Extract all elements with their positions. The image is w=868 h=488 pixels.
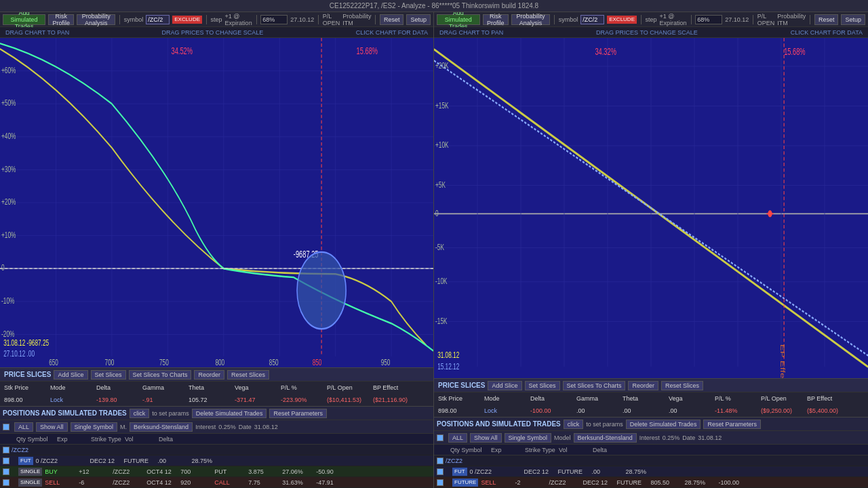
rsell-price: 805.50 bbox=[650, 479, 684, 486]
add-slice-btn-left[interactable]: Add Slice bbox=[54, 370, 87, 380]
rfut-check[interactable] bbox=[437, 468, 443, 475]
reset-slices-btn-left[interactable]: Reset Slices bbox=[227, 370, 269, 380]
symbol-input-right[interactable] bbox=[580, 15, 604, 24]
rgroup-check[interactable] bbox=[437, 458, 443, 464]
symbol-label-left: symbol bbox=[124, 16, 144, 23]
add-simulated-trades-btn-right[interactable]: Add Simulated Trades bbox=[437, 14, 480, 25]
symbol-input-left[interactable] bbox=[146, 15, 170, 24]
reset-btn-left[interactable]: Reset bbox=[380, 14, 404, 25]
fut-check-left[interactable] bbox=[3, 458, 9, 464]
step-label-left: step bbox=[211, 16, 222, 23]
right-pos-header: Qty Symbol Exp Strike Type Vol Delta bbox=[434, 445, 868, 455]
set-slices-charts-btn-left[interactable]: Set Slices To Charts bbox=[129, 370, 192, 380]
prob-date-right: 27.10.12 bbox=[725, 16, 749, 23]
buy-check-left[interactable] bbox=[3, 468, 9, 475]
left-chart-svg: 34.52% 15.68% 31.08.12 -9687.25 27.10.12… bbox=[0, 38, 433, 367]
setup-btn-left[interactable]: Setup bbox=[406, 14, 431, 25]
sell-check-left[interactable] bbox=[3, 479, 9, 486]
group-check-left[interactable] bbox=[3, 447, 9, 453]
set-slices-btn-left[interactable]: Set Slices bbox=[91, 370, 126, 380]
all-btn-left[interactable]: ALL bbox=[14, 422, 33, 432]
sell-side-left: SELL bbox=[45, 479, 79, 486]
reset-slices-btn-right[interactable]: Reset Slices bbox=[661, 381, 703, 390]
right-price-slices: PRICE SLICES Add Slice Set Slices Set Sl… bbox=[434, 378, 868, 417]
right-pos-controls: ALL Show All Single Symbol Model Berksun… bbox=[434, 431, 868, 445]
drag-data-right: CLICK CHART FOR DATA bbox=[791, 29, 863, 36]
svg-text:+60%: +60% bbox=[1, 65, 16, 75]
svg-text:34.52%: 34.52% bbox=[172, 45, 193, 57]
main-container: CE1252222P17, /ES2 - Analyze - 86*****05… bbox=[0, 0, 868, 488]
rsell-vol: 28.75% bbox=[684, 479, 718, 486]
rps-col-plpct: P/L % bbox=[715, 395, 755, 402]
all-check-left[interactable] bbox=[3, 424, 9, 430]
ps-val-mode: Lock bbox=[50, 396, 91, 403]
model-btn-right[interactable]: Berksund-Stensland bbox=[574, 433, 637, 443]
drag-scale-left: DRAG PRICES TO CHANGE SCALE bbox=[162, 29, 264, 36]
probability-analysis-btn-right[interactable]: Probability Analysis bbox=[511, 14, 550, 25]
rsell-check[interactable] bbox=[437, 479, 443, 486]
interest-label-left: Interest bbox=[195, 424, 216, 430]
click-btn-right[interactable]: click bbox=[564, 420, 584, 429]
fut-vol-left: 28.75% bbox=[192, 458, 226, 464]
reset-btn-right[interactable]: Reset bbox=[814, 14, 839, 25]
single-symbol-btn-left[interactable]: Single Symbol bbox=[71, 422, 118, 432]
ps-col-gamma: Gamma bbox=[142, 384, 183, 391]
reorder-btn-left[interactable]: Reorder bbox=[194, 370, 224, 380]
to-set-params-right: to set params bbox=[586, 421, 623, 428]
ps-val-bp: ($21,116.90) bbox=[373, 396, 414, 403]
all-check-right[interactable] bbox=[437, 434, 443, 441]
svg-text:-5K: -5K bbox=[435, 242, 444, 251]
setup-btn-right[interactable]: Setup bbox=[841, 14, 865, 25]
right-chart-area[interactable]: 34.32% 15.68% 31.08.12 15.12.12 +20K +15… bbox=[434, 38, 868, 378]
probability-analysis-btn-left[interactable]: Probability Analysis bbox=[77, 14, 115, 25]
sep9 bbox=[753, 15, 753, 24]
rps-col-mode: Mode bbox=[484, 395, 525, 402]
rfut-qty: 0 /ZCZ2 bbox=[470, 468, 524, 475]
rps-val-stk: 898.00 bbox=[438, 407, 479, 414]
prob-date-left: 27.10.12 bbox=[290, 16, 314, 23]
rps-col-bp: BP Effect bbox=[807, 395, 848, 402]
ps-val-delta: -139.80 bbox=[96, 396, 137, 403]
sell-price-left: 7.75 bbox=[248, 479, 282, 486]
set-slices-charts-btn-right[interactable]: Set Slices To Charts bbox=[563, 381, 626, 390]
single-symbol-btn-right[interactable]: Single Symbol bbox=[505, 433, 552, 443]
rps-val-gamma: .00 bbox=[576, 407, 617, 414]
right-toolbar: Add Simulated Trades Risk Profile Probab… bbox=[434, 12, 868, 27]
risk-profile-btn-left[interactable]: Risk Profile bbox=[48, 14, 74, 25]
set-slices-btn-right[interactable]: Set Slices bbox=[525, 381, 560, 390]
rfut-exp: DEC2 12 bbox=[524, 468, 558, 475]
rpos-h-vol: Delta bbox=[593, 447, 627, 453]
delete-sim-btn-left[interactable]: Delete Simulated Trades bbox=[192, 409, 267, 418]
ps-val-vega: -371.47 bbox=[235, 396, 275, 403]
panels-row: Add Simulated Trades Risk Profile Probab… bbox=[0, 12, 868, 488]
right-pos-toolbar: POSITIONS AND SIMULATED TRADES click to … bbox=[434, 418, 868, 431]
svg-text:+5K: +5K bbox=[435, 180, 446, 189]
sell-type-left: CALL bbox=[214, 479, 248, 486]
reset-params-btn-right[interactable]: Reset Parameters bbox=[703, 420, 761, 429]
show-all-btn-left[interactable]: Show All bbox=[36, 422, 68, 432]
sep2 bbox=[206, 15, 207, 24]
date-val-left: 31.08.12 bbox=[254, 424, 278, 430]
svg-text:750: 750 bbox=[159, 357, 169, 367]
prob-range-right[interactable] bbox=[695, 15, 722, 24]
risk-profile-btn-right[interactable]: Risk Profile bbox=[483, 14, 509, 25]
show-all-btn-right[interactable]: Show All bbox=[470, 433, 502, 443]
model-btn-left[interactable]: Berksund-Stensland bbox=[130, 422, 193, 432]
reset-params-btn-left[interactable]: Reset Parameters bbox=[269, 409, 327, 418]
title-bar: CE1252222P17, /ES2 - Analyze - 86*****05… bbox=[0, 0, 868, 12]
add-slice-btn-right[interactable]: Add Slice bbox=[488, 381, 521, 390]
delete-sim-btn-right[interactable]: Delete Simulated Trades bbox=[626, 420, 701, 429]
ps-val-stk: 898.00 bbox=[4, 396, 45, 403]
all-btn-right[interactable]: ALL bbox=[448, 433, 467, 443]
mode-tag-left: EXCLUDE bbox=[172, 16, 202, 24]
add-simulated-trades-btn-left[interactable]: Add Simulated Trades bbox=[3, 14, 45, 25]
svg-text:+20%: +20% bbox=[1, 197, 16, 206]
prob-range-left[interactable] bbox=[260, 15, 288, 24]
svg-text:-20%: -20% bbox=[1, 329, 15, 338]
reorder-btn-right[interactable]: Reorder bbox=[628, 381, 658, 390]
left-fut-row: FUT 0 /ZCZ2 DEC2 12 FUTURE .00 28.75% bbox=[0, 455, 433, 466]
step-val-left: +1 @ Expiration bbox=[225, 13, 252, 26]
right-group-row: /ZCZ2 bbox=[434, 455, 868, 466]
click-btn-left[interactable]: click bbox=[130, 409, 150, 418]
left-chart-area[interactable]: 34.52% 15.68% 31.08.12 -9687.25 27.10.12… bbox=[0, 38, 433, 367]
